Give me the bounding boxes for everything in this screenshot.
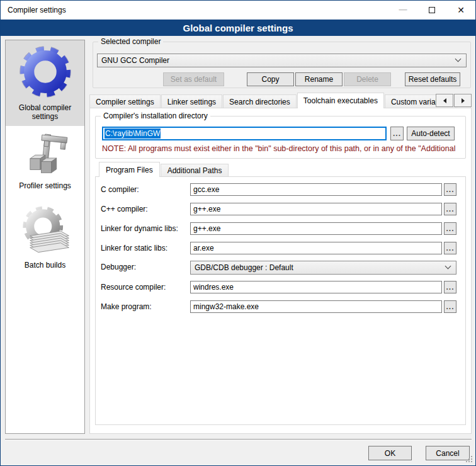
maximize-icon [429, 7, 435, 13]
tab-program-files[interactable]: Program Files [99, 162, 160, 177]
installation-note: NOTE: All programs must exist either in … [102, 144, 464, 153]
linker-static-input[interactable] [190, 242, 442, 254]
arrow-left-icon [443, 98, 446, 103]
debugger-label: Debugger: [101, 263, 136, 271]
c-compiler-input[interactable] [190, 183, 442, 196]
debugger-value: GDB/CDB debugger : Default [195, 263, 293, 272]
footer-divider [5, 439, 472, 440]
minimize-button[interactable]: — [388, 1, 417, 20]
tab-scroll-buttons [435, 94, 472, 107]
make-program-input[interactable] [190, 300, 442, 313]
installation-directory-browse-button[interactable]: ... [390, 127, 404, 140]
tab-scroll-right-button[interactable] [454, 94, 472, 107]
compiler-settings-dialog: Compiler settings — ✕ Global compiler se… [0, 0, 476, 466]
reset-defaults-button[interactable]: Reset defaults [405, 72, 460, 86]
maximize-button[interactable] [417, 1, 446, 20]
resource-compiler-label: Resource compiler: [101, 283, 166, 292]
batch-builds-icon [17, 203, 74, 258]
make-program-label: Make program: [101, 302, 152, 311]
sidebar-item-label: Batch builds [25, 261, 65, 270]
sidebar-item-batch-builds[interactable]: Batch builds [6, 195, 84, 275]
auto-detect-button[interactable]: Auto-detect [407, 127, 455, 140]
delete-button[interactable]: Delete [344, 72, 391, 86]
linker-static-label: Linker for static libs: [101, 244, 167, 253]
make-program-browse-button[interactable]: ... [444, 300, 456, 313]
chevron-down-icon [455, 56, 462, 62]
selected-compiler-group: Selected compiler GNU GCC Compiler Set a… [93, 42, 471, 88]
installation-directory-group-label: Compiler's installation directory [101, 111, 210, 120]
resource-compiler-input[interactable] [190, 281, 442, 293]
program-paths-tabs: Program Files Additional Paths [99, 162, 229, 177]
tab-compiler-settings[interactable]: Compiler settings [89, 94, 161, 108]
cpp-compiler-input[interactable] [190, 203, 442, 215]
rename-button[interactable]: Rename [295, 72, 343, 86]
toolchain-executables-page: Compiler's installation directory C:\ray… [89, 108, 472, 434]
selected-compiler-group-label: Selected compiler [98, 37, 163, 46]
profiler-caliper-icon [21, 132, 70, 179]
tab-toolchain-executables[interactable]: Toolchain executables [297, 93, 384, 108]
c-compiler-browse-button[interactable]: ... [444, 183, 456, 196]
tab-search-directories[interactable]: Search directories [223, 94, 297, 108]
page-title: Global compiler settings [183, 23, 293, 33]
installation-directory-input[interactable]: C:\raylib\MinGW [102, 127, 387, 140]
cancel-button[interactable]: Cancel [426, 446, 470, 460]
chevron-down-icon [445, 263, 451, 270]
close-button[interactable]: ✕ [446, 1, 475, 20]
close-icon: ✕ [457, 5, 465, 15]
linker-dynamic-label: Linker for dynamic libs: [101, 224, 178, 233]
debugger-dropdown[interactable]: GDB/CDB debugger : Default [190, 261, 456, 275]
c-compiler-label: C compiler: [101, 185, 139, 194]
minimize-icon: — [399, 4, 407, 14]
cpp-compiler-browse-button[interactable]: ... [444, 203, 456, 215]
linker-dynamic-input[interactable] [190, 222, 442, 235]
arrow-right-icon [462, 98, 465, 103]
sidebar-item-label: Profiler settings [19, 181, 71, 190]
tab-additional-paths[interactable]: Additional Paths [161, 164, 229, 177]
selected-compiler-value: GNU GCC Compiler [101, 56, 169, 65]
tab-scroll-left-button[interactable] [436, 94, 453, 107]
resource-compiler-browse-button[interactable]: ... [444, 281, 456, 293]
resize-grip-icon[interactable] [471, 461, 472, 462]
cpp-compiler-label: C++ compiler: [101, 205, 148, 213]
installation-directory-value: C:\raylib\MinGW [105, 128, 161, 139]
compiler-gear-icon [16, 43, 74, 101]
dialog-body: Global compiler settings [1, 36, 475, 465]
linker-dynamic-browse-button[interactable]: ... [444, 222, 456, 235]
tab-linker-settings[interactable]: Linker settings [161, 94, 222, 108]
window-controls: — ✕ [388, 1, 475, 20]
selected-compiler-dropdown[interactable]: GNU GCC Compiler [97, 54, 467, 67]
compiler-actions-row: Set as default Copy Rename Delete Reset … [93, 72, 460, 86]
title-bar: Compiler settings — ✕ [1, 1, 475, 20]
dialog-header: Global compiler settings [1, 20, 475, 36]
settings-category-list: Global compiler settings [5, 40, 85, 434]
set-as-default-button[interactable]: Set as default [163, 72, 224, 86]
sidebar-item-label: Global compiler settings [7, 103, 83, 121]
installation-directory-group: Compiler's installation directory C:\ray… [95, 116, 466, 159]
sidebar-item-profiler-settings[interactable]: Profiler settings [6, 126, 84, 195]
copy-button[interactable]: Copy [247, 72, 294, 86]
linker-static-browse-button[interactable]: ... [444, 242, 456, 254]
window-title: Compiler settings [1, 6, 66, 14]
compiler-tabs: Compiler settings Linker settings Search… [89, 93, 472, 108]
program-files-page: C compiler: ... C++ compiler: ... Linker… [95, 176, 466, 425]
sidebar-item-global-compiler-settings[interactable]: Global compiler settings [6, 40, 84, 126]
ok-button[interactable]: OK [368, 446, 412, 460]
